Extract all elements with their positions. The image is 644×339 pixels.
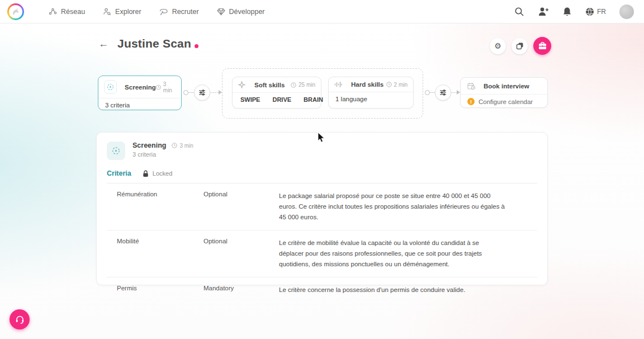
- connector-line-dashed: [210, 92, 219, 93]
- connector-line: [188, 92, 194, 93]
- app-logo[interactable]: [7, 3, 24, 20]
- page-actions: ⚙: [490, 37, 551, 55]
- stage-card-book-interview[interactable]: Book interview ! Configure calendar: [460, 77, 548, 108]
- stage-detail-panel: Screening 3 min 3 criteria Criteria Lock…: [96, 132, 548, 285]
- criterion-description: Le critère de mobilité évalue la capacit…: [279, 238, 505, 270]
- nav-label: Explorer: [115, 8, 141, 16]
- criterion-requirement: Optional: [203, 191, 279, 223]
- pipeline-canvas: Screening 3 min 3 criteria Soft skills: [0, 66, 644, 128]
- top-nav-bar: Réseau Explorer Recruter Développer: [0, 0, 644, 23]
- stage-title: Hard skills: [351, 81, 383, 88]
- connector-dot: [183, 90, 188, 95]
- network-icon: [49, 7, 57, 16]
- nav-item-recruter[interactable]: Recruter: [159, 8, 199, 16]
- criteria-row: Rémunération Optional Le package salaria…: [107, 183, 537, 230]
- headset-icon: [15, 315, 25, 324]
- search-icon[interactable]: [514, 7, 524, 17]
- copy-icon: [516, 42, 524, 50]
- gem-icon: [217, 8, 225, 16]
- lasso-icon: [159, 8, 168, 16]
- stage-card-screening[interactable]: Screening 3 min 3 criteria: [98, 76, 182, 110]
- gear-icon: ⚙: [494, 41, 501, 50]
- tag: BRAIN: [304, 96, 323, 103]
- tag: SWIPE: [240, 96, 260, 103]
- panel-duration: 3 min: [172, 143, 193, 149]
- lock-icon: [143, 170, 149, 177]
- panel-tabs: Criteria Locked: [97, 160, 547, 183]
- clock-icon: [386, 82, 392, 87]
- criterion-name: Permis: [117, 285, 203, 295]
- connector-dot: [425, 90, 430, 95]
- warning-icon: !: [467, 98, 475, 105]
- criterion-description: Le critère concerne la possession d'un p…: [279, 285, 505, 295]
- criterion-requirement: Optional: [203, 238, 279, 270]
- mouse-cursor: [318, 133, 325, 145]
- criterion-name: Mobilité: [117, 238, 203, 270]
- tab-criteria[interactable]: Criteria: [107, 170, 131, 177]
- stage-card-soft-skills[interactable]: Soft skills 25 min SWIPE DRIVE BRAIN: [232, 77, 321, 109]
- sliders-icon: [198, 89, 206, 96]
- nav-label: Réseau: [61, 8, 85, 16]
- language-code: FR: [597, 8, 606, 16]
- unicorn-logo-icon: [9, 5, 22, 18]
- briefcase-icon: [538, 42, 547, 50]
- stage-duration: 3 min: [156, 81, 176, 93]
- calendar-clock-icon: [467, 82, 475, 90]
- scan-target-icon: [107, 142, 125, 160]
- criterion-description: Le package salarial proposé pour ce post…: [279, 191, 505, 223]
- panel-subtitle: 3 criteria: [132, 151, 193, 158]
- stage-title: Book interview: [484, 83, 529, 90]
- duplicate-button[interactable]: [512, 38, 528, 54]
- locked-badge: Locked: [143, 170, 172, 177]
- stage-card-hard-skills[interactable]: Hard skills 2 min 1 language: [328, 77, 414, 109]
- stage-title: Soft skills: [254, 82, 285, 88]
- explore-icon: [103, 7, 111, 16]
- clock-icon: [156, 84, 161, 90]
- stage-title: Screening: [125, 84, 156, 91]
- language-selector[interactable]: FR: [585, 7, 606, 16]
- nav-item-developper[interactable]: Développer: [217, 8, 265, 16]
- stage-duration: 25 min: [291, 82, 315, 88]
- criteria-row: Mobilité Optional Le critère de mobilité…: [107, 230, 537, 277]
- scan-target-icon: [104, 80, 117, 94]
- nav-item-explorer[interactable]: Explorer: [103, 7, 141, 16]
- nav-label: Recruter: [172, 8, 199, 16]
- stage-summary: 1 language: [329, 92, 413, 106]
- soft-skills-tags: SWIPE DRIVE BRAIN: [233, 93, 321, 106]
- main-nav: Réseau Explorer Recruter Développer: [49, 7, 265, 16]
- tag: DRIVE: [272, 96, 291, 103]
- transition-settings-button[interactable]: [194, 84, 210, 101]
- panel-title: Screening: [132, 142, 166, 149]
- publish-job-button[interactable]: [533, 37, 551, 55]
- user-avatar[interactable]: [619, 4, 634, 19]
- page-title: Justine Scan: [117, 37, 191, 50]
- settings-button[interactable]: ⚙: [490, 38, 506, 54]
- app-screen: Réseau Explorer Recruter Développer: [0, 0, 644, 339]
- arrowhead-icon: [219, 90, 222, 95]
- criterion-name: Rémunération: [117, 191, 203, 223]
- transition-settings-button[interactable]: [435, 84, 451, 101]
- nav-label: Développer: [229, 8, 265, 16]
- back-button[interactable]: ←: [98, 39, 108, 49]
- connector-line: [430, 92, 435, 93]
- brand-dot: [195, 44, 198, 48]
- nav-item-reseau[interactable]: Réseau: [49, 7, 85, 16]
- add-contact-icon[interactable]: [538, 7, 549, 16]
- clock-icon: [172, 143, 177, 148]
- criteria-row: Permis Mandatory Le critère concerne la …: [107, 277, 537, 303]
- clock-icon: [291, 82, 296, 88]
- header-actions: FR: [514, 4, 634, 19]
- sparkle-icon: [238, 81, 245, 88]
- globe-icon: [585, 7, 594, 16]
- page-header: ← Justine Scan ⚙: [98, 37, 546, 50]
- sliders-icon: [439, 89, 447, 96]
- stage-summary: 3 criteria: [98, 98, 181, 112]
- stage-warning: ! Configure calendar: [461, 95, 547, 109]
- stage-duration: 2 min: [386, 82, 408, 88]
- support-button[interactable]: [10, 309, 30, 329]
- notifications-bell-icon[interactable]: [562, 7, 572, 17]
- levels-icon: [334, 81, 342, 88]
- criterion-requirement: Mandatory: [203, 285, 279, 295]
